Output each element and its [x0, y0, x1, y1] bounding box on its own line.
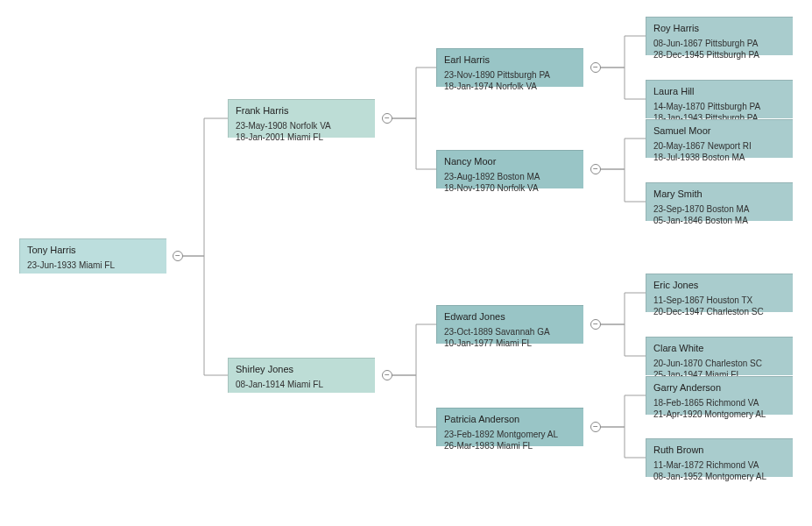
person-birth: 23-Nov-1890 Pittsburgh PA: [444, 69, 576, 82]
person-name: Shirley Jones: [236, 363, 368, 376]
person-name: Eric Jones: [653, 279, 786, 292]
person-node-great-grandparent[interactable]: Garry Anderson 18-Feb-1865 Richmond VA 2…: [646, 376, 793, 415]
person-name: Laura Hill: [653, 85, 786, 98]
person-name: Clara White: [653, 342, 786, 355]
person-name: Edward Jones: [444, 310, 576, 323]
collapse-toggle[interactable]: −: [382, 113, 392, 124]
person-node-paternal-grandfather[interactable]: Earl Harris 23-Nov-1890 Pittsburgh PA 18…: [436, 48, 583, 87]
person-birth: 11-Mar-1872 Richmond VA: [653, 459, 786, 472]
person-node-father[interactable]: Frank Harris 23-May-1908 Norfolk VA 18-J…: [228, 99, 375, 138]
collapse-toggle[interactable]: −: [590, 164, 601, 174]
person-birth: 23-Jun-1933 Miami FL: [27, 259, 159, 272]
person-death: 18-Jan-1974 Norfolk VA: [444, 81, 576, 93]
person-death: 21-Apr-1920 Montgomery AL: [653, 409, 786, 421]
person-name: Tony Harris: [27, 244, 159, 257]
person-birth: 23-Aug-1892 Boston MA: [444, 171, 576, 183]
person-death: 28-Dec-1945 Pittsburgh PA: [653, 49, 786, 61]
person-name: Garry Anderson: [653, 381, 786, 394]
person-node-great-grandparent[interactable]: Ruth Brown 11-Mar-1872 Richmond VA 08-Ja…: [646, 438, 793, 477]
collapse-toggle[interactable]: −: [590, 62, 601, 73]
person-birth: 20-May-1867 Newport RI: [653, 140, 786, 153]
person-node-paternal-grandmother[interactable]: Nancy Moor 23-Aug-1892 Boston MA 18-Nov-…: [436, 150, 583, 188]
person-death: 18-Jan-2001 Miami FL: [236, 132, 368, 144]
person-birth: 11-Sep-1867 Houston TX: [653, 295, 786, 307]
person-birth: 23-Feb-1892 Montgomery AL: [444, 429, 576, 441]
person-birth: 08-Jun-1867 Pittsburgh PA: [653, 38, 786, 50]
collapse-toggle[interactable]: −: [173, 251, 183, 261]
person-node-great-grandparent[interactable]: Clara White 20-Jun-1870 Charleston SC 25…: [646, 337, 793, 375]
person-birth: 18-Feb-1865 Richmond VA: [653, 397, 786, 409]
person-death: 18-Jul-1938 Boston MA: [653, 152, 786, 164]
person-name: Frank Harris: [236, 104, 368, 117]
person-name: Ruth Brown: [653, 444, 786, 457]
person-node-maternal-grandmother[interactable]: Patricia Anderson 23-Feb-1892 Montgomery…: [436, 408, 583, 446]
person-death: 26-Mar-1983 Miami FL: [444, 440, 576, 452]
person-name: Patricia Anderson: [444, 413, 576, 426]
person-node-great-grandparent[interactable]: Samuel Moor 20-May-1867 Newport RI 18-Ju…: [646, 119, 793, 158]
person-birth: 20-Jun-1870 Charleston SC: [653, 358, 786, 370]
collapse-toggle[interactable]: −: [382, 370, 392, 380]
person-birth: 23-Oct-1889 Savannah GA: [444, 326, 576, 338]
collapse-toggle[interactable]: −: [590, 422, 601, 432]
person-name: Mary Smith: [653, 188, 786, 201]
person-death: 05-Jan-1846 Boston MA: [653, 215, 786, 227]
person-name: Earl Harris: [444, 53, 576, 67]
person-birth: 14-May-1870 Pittsburgh PA: [653, 101, 786, 113]
person-death: 08-Jan-1952 Montgomery AL: [653, 471, 786, 483]
person-death: 20-Dec-1947 Charleston SC: [653, 306, 786, 318]
person-node-great-grandparent[interactable]: Mary Smith 23-Sep-1870 Boston MA 05-Jan-…: [646, 182, 793, 221]
person-node-great-grandparent[interactable]: Roy Harris 08-Jun-1867 Pittsburgh PA 28-…: [646, 17, 793, 55]
person-birth: 08-Jan-1914 Miami FL: [236, 379, 368, 391]
person-node-great-grandparent[interactable]: Eric Jones 11-Sep-1867 Houston TX 20-Dec…: [646, 274, 793, 312]
person-node-great-grandparent[interactable]: Laura Hill 14-May-1870 Pittsburgh PA 18-…: [646, 80, 793, 118]
person-death: 18-Nov-1970 Norfolk VA: [444, 182, 576, 195]
person-birth: 23-May-1908 Norfolk VA: [236, 120, 368, 132]
person-name: Roy Harris: [653, 22, 786, 35]
person-name: Nancy Moor: [444, 155, 576, 168]
person-death: 10-Jan-1977 Miami FL: [444, 338, 576, 350]
person-node-root[interactable]: Tony Harris 23-Jun-1933 Miami FL: [19, 238, 166, 274]
family-tree-canvas: Tony Harris 23-Jun-1933 Miami FL − Frank…: [0, 0, 812, 526]
person-node-maternal-grandfather[interactable]: Edward Jones 23-Oct-1889 Savannah GA 10-…: [436, 305, 583, 344]
person-name: Samuel Moor: [653, 124, 786, 138]
person-birth: 23-Sep-1870 Boston MA: [653, 203, 786, 216]
collapse-toggle[interactable]: −: [590, 319, 601, 330]
person-node-mother[interactable]: Shirley Jones 08-Jan-1914 Miami FL: [228, 358, 375, 393]
